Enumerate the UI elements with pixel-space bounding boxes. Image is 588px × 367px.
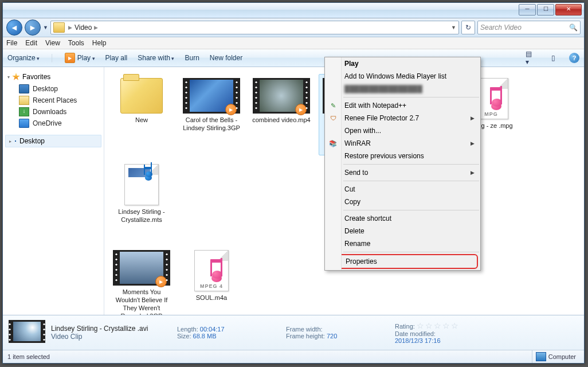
nav-downloads[interactable]: Downloads [5,106,101,118]
share-with-menu[interactable]: Share with [138,54,174,62]
ctx-play[interactable]: Play [325,57,480,70]
search-box[interactable]: Search Video 🔍 [477,21,581,34]
ctx-delete[interactable]: Delete [325,225,480,237]
refresh-button[interactable]: ↻ [461,21,475,34]
label-date-modified: Date modified: [395,330,436,337]
file-item-folder[interactable]: New [109,74,174,155]
recent-places-icon [19,96,29,105]
close-button[interactable]: ✕ [555,4,582,15]
play-button[interactable]: ▶ Play [65,53,95,63]
value-length: 00:04:17 [200,326,225,333]
chevron-icon: ▸ [9,139,11,144]
search-icon: 🔍 [569,24,578,32]
ctx-blurred[interactable]: ████████████████ [325,83,480,95]
view-options-button[interactable]: ▤ ▾ [526,52,537,64]
shield-icon: 🛡 [328,114,338,123]
breadcrumb-separator: ▶ [94,25,98,30]
search-placeholder: Search Video [480,24,522,32]
status-text: 1 item selected [7,353,50,360]
notepad-icon: ✎ [328,101,338,110]
details-thumbnail [9,320,45,345]
favorites-header[interactable]: ▾ Favorites [7,73,101,81]
ctx-copy[interactable]: Copy [325,196,480,208]
menu-help[interactable]: Help [92,39,107,47]
address-bar[interactable]: ▶ Video ▶ ▼ [50,21,459,34]
ctx-add-wmp[interactable]: Add to Windows Media Player list [325,70,480,83]
play-all-button[interactable]: Play all [105,54,128,62]
ctx-separator [343,181,479,181]
label-frame-width: Frame width: [286,326,323,333]
maximize-button[interactable]: ☐ [537,4,554,15]
value-date-modified: 2018/12/3 17:16 [395,337,441,344]
play-overlay-icon: ▶ [155,276,167,287]
status-bar: 1 item selected Computer [3,350,584,363]
play-overlay-icon: ▶ [225,104,237,115]
downloads-icon [19,107,29,116]
play-overlay-icon: ▶ [295,104,307,115]
menu-tools[interactable]: Tools [68,39,84,47]
computer-icon [536,352,546,361]
organize-menu[interactable]: Organize [7,54,40,62]
value-frame-height: 720 [327,333,337,339]
burn-button[interactable]: Burn [185,54,199,62]
ctx-separator [343,210,479,210]
command-bar: Organize │ ▶ Play Play all Share with Bu… [3,49,584,67]
details-pane: Lindsey Stirling - Crystallize .avi Vide… [3,315,584,350]
ctx-renee[interactable]: 🛡Renee File Protector 2.7▶ [325,112,480,124]
menu-bar: File Edit View Tools Help [3,37,584,49]
ctx-rename[interactable]: Rename [325,237,480,250]
label-size: Size: [177,333,191,339]
file-item-video[interactable]: ▶ combined video.mp4 [249,74,314,155]
file-icon: MPEG 4 [194,250,229,291]
address-dropdown[interactable]: ▼ [451,25,456,30]
help-button[interactable]: ? [569,53,579,63]
file-item-video[interactable]: ▶ Carol of the Bells - Lindsey Stirling.… [179,74,244,155]
desktop-icon [19,84,29,93]
submenu-arrow-icon: ▶ [471,140,475,146]
ctx-separator [343,97,479,97]
rating-stars[interactable]: ☆☆☆☆☆ [417,321,460,330]
file-item-video[interactable]: Lindsey Stirling - Crystallize.mts [109,160,174,241]
desktop-icon [15,140,16,142]
onedrive-icon [19,119,29,128]
ctx-cut[interactable]: Cut [325,183,480,196]
breadcrumb-separator: ▶ [68,25,72,30]
nav-forward-button[interactable]: ► [25,19,41,36]
title-bar[interactable]: ─ ☐ ✕ [3,3,584,18]
folder-icon [53,22,65,33]
navigation-pane: ▾ Favorites Desktop Recent Places Downlo… [3,67,104,315]
ctx-create-shortcut[interactable]: Create shortcut [325,212,480,225]
menu-file[interactable]: File [6,39,17,47]
ctx-properties-highlighted[interactable]: Properties [327,254,478,269]
address-bar-row: ◄ ► ▼ ▶ Video ▶ ▼ ↻ Search Video 🔍 [3,18,584,37]
nav-history-dropdown[interactable]: ▼ [43,25,48,30]
value-size: 68.8 MB [193,333,217,339]
details-file-type: Video Clip [51,333,171,341]
new-folder-button[interactable]: New folder [210,54,242,62]
file-item-video[interactable]: ▶ Moments You Wouldn't Believe If They W… [109,246,174,315]
nav-desktop-root[interactable]: ▸ Desktop [5,135,101,147]
submenu-arrow-icon: ▶ [471,170,475,175]
menu-view[interactable]: View [45,39,60,47]
folder-icon [120,78,163,114]
video-thumbnail: ▶ [113,250,170,286]
ctx-notepad[interactable]: ✎Edit with Notepad++ [325,99,480,112]
status-computer[interactable]: Computer [532,350,579,363]
ctx-restore[interactable]: Restore previous versions [325,150,480,162]
label-frame-height: Frame height: [286,333,325,339]
ctx-winrar[interactable]: 📚WinRAR▶ [325,137,480,150]
ctx-send-to[interactable]: Send to▶ [325,166,480,179]
explorer-body: ▾ Favorites Desktop Recent Places Downlo… [3,67,584,315]
label-rating: Rating: [395,323,415,330]
ctx-open-with[interactable]: Open with... [325,124,480,137]
nav-onedrive[interactable]: OneDrive [5,118,101,129]
nav-recent-places[interactable]: Recent Places [5,95,101,106]
details-file-name: Lindsey Stirling - Crystallize .avi [51,325,171,333]
breadcrumb-item[interactable]: Video [72,24,94,32]
file-item-audio[interactable]: MPEG 4 SOUL.m4a [179,246,244,315]
minimize-button[interactable]: ─ [519,4,536,15]
preview-pane-button[interactable]: ▯ [547,52,559,64]
nav-back-button[interactable]: ◄ [6,19,22,36]
nav-desktop[interactable]: Desktop [5,83,101,95]
menu-edit[interactable]: Edit [25,39,37,47]
